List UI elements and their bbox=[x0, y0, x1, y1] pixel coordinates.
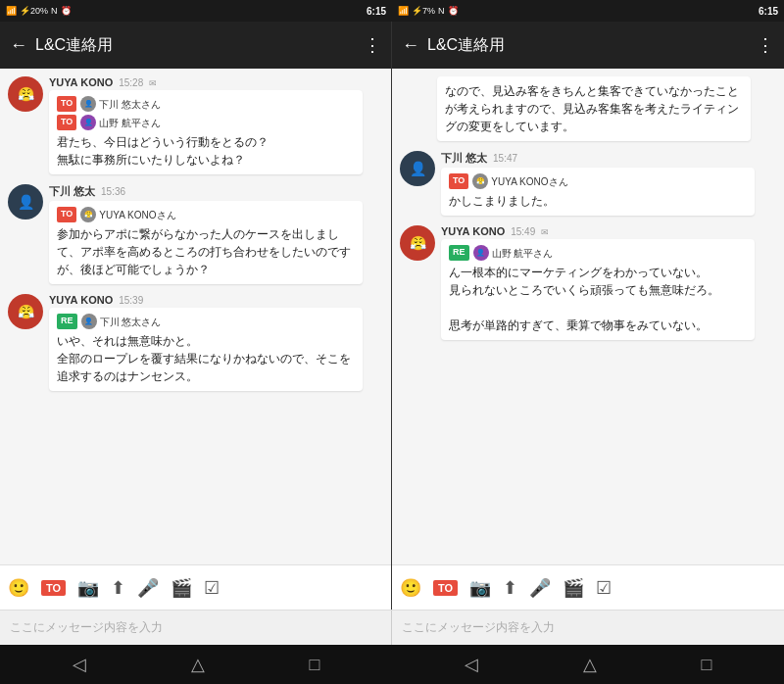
camera-button-right[interactable]: 📷 bbox=[469, 577, 491, 599]
to-person-name-r2: YUYA KONOさん bbox=[491, 174, 567, 189]
status-bar-right: 📶 ⚡7% N ⏰ 6:15 bbox=[392, 0, 784, 22]
recent-nav-right[interactable]: □ bbox=[702, 655, 712, 675]
header-left: ← L&C連絡用 ⋮ bbox=[0, 22, 391, 69]
msg-bubble-1: TO 👤 下川 悠太さん TO 👤 山野 航平さん bbox=[49, 90, 363, 174]
to-person-name-1b: 山野 航平さん bbox=[99, 116, 161, 130]
avatar-yamano-tag-r3: 👤 bbox=[473, 245, 489, 261]
back-button-right[interactable]: ← bbox=[402, 35, 419, 56]
msg-text-3: いや、それは無意味かと。全部のロープレを覆す結果になりかねないので、そこを追求す… bbox=[57, 332, 355, 385]
video-button-right[interactable]: 🎬 bbox=[563, 577, 584, 599]
table-row: 😤 YUYA KONO 15:49 ✉ RE 👤 山野 航平さん bbox=[396, 225, 780, 340]
back-button-left[interactable]: ← bbox=[10, 35, 27, 56]
mic-button-right[interactable]: 🎤 bbox=[529, 577, 551, 599]
mic-button-left[interactable]: 🎤 bbox=[137, 577, 159, 599]
msg-time-r2: 15:47 bbox=[493, 153, 517, 164]
msg-bubble-r3: RE 👤 山野 航平さん ん一根本的にマーケティングをわかっていない。見られない… bbox=[441, 239, 755, 340]
msg-content-r3: YUYA KONO 15:49 ✉ RE 👤 山野 航平さん ん一根本的にマー bbox=[441, 225, 776, 340]
home-nav-right[interactable]: △ bbox=[583, 654, 597, 675]
messages-right: なので、見込み客をきちんと集客できていなかったことが考えられますので、見込み客集… bbox=[392, 69, 784, 564]
bottom-nav-right: ◁ △ □ bbox=[392, 645, 784, 684]
panel-left: ← L&C連絡用 ⋮ 😤 YUYA KONO 15:28 ✉ TO bbox=[0, 22, 392, 610]
msg-text-r2: かしこまりました。 bbox=[449, 192, 747, 210]
msg-bubble-2: TO 😤 YUYA KONOさん 参加からアポに繋がらなかった人のケースを出しま… bbox=[49, 201, 363, 284]
camera-button-left[interactable]: 📷 bbox=[77, 577, 99, 599]
messages-left: 😤 YUYA KONO 15:28 ✉ TO 👤 下川 悠太さん bbox=[0, 69, 391, 564]
re-person-r3: 👤 山野 航平さん bbox=[473, 245, 554, 261]
back-nav-right[interactable]: ◁ bbox=[465, 654, 478, 675]
to-person-1: 👤 下川 悠太さん bbox=[80, 96, 161, 112]
msg-content-1: YUYA KONO 15:28 ✉ TO 👤 下川 悠太さん bbox=[49, 76, 383, 174]
bottom-nav-left: ◁ △ □ bbox=[0, 645, 392, 684]
msg-text-r3: ん一根本的にマーケティングをわかっていない。見られないところでいくら頑張っても無… bbox=[449, 264, 747, 334]
table-row: 👤 下川 悠太 15:47 TO 😤 YUYA KONOさん bbox=[396, 151, 780, 216]
tag-row-3: RE 👤 下川 悠太さん bbox=[57, 314, 355, 329]
check-button-right[interactable]: ☑ bbox=[596, 577, 612, 599]
to-tag-1b: TO bbox=[57, 115, 76, 130]
sent-icon-1: ✉ bbox=[149, 78, 157, 88]
table-row: 👤 下川 悠太 15:36 TO 😤 YUYA KONOさん bbox=[4, 184, 387, 284]
battery-right: ⚡7% bbox=[412, 6, 435, 16]
avatar-yamano-tag-1: 👤 bbox=[80, 115, 96, 130]
msg-time-r3: 15:49 bbox=[511, 226, 535, 237]
msg-header-1: YUYA KONO 15:28 ✉ bbox=[49, 76, 383, 88]
input-placeholder-right: ここにメッセージ内容を入力 bbox=[402, 619, 555, 636]
emoji-button-left[interactable]: 🙂 bbox=[8, 577, 29, 599]
table-row: 😤 YUYA KONO 15:39 RE 👤 下川 悠太さん bbox=[4, 294, 387, 391]
time-left: 6:15 bbox=[367, 6, 386, 17]
avatar-shimo-r2: 👤 bbox=[400, 151, 435, 186]
input-area: ここにメッセージ内容を入力 ここにメッセージ内容を入力 bbox=[0, 610, 784, 645]
to-person-name-1: 下川 悠太さん bbox=[99, 97, 161, 112]
tag-row-r2: TO 😤 YUYA KONOさん bbox=[449, 173, 747, 189]
check-button-left[interactable]: ☑ bbox=[204, 577, 220, 599]
battery-left: ⚡20% bbox=[20, 6, 48, 16]
msg-text-1: 君たち、今日はどういう行動をとるの？無駄に事務所にいたりしないよね？ bbox=[57, 133, 355, 169]
avatar-shimo-2: 👤 bbox=[8, 184, 43, 220]
status-icons-left: 📶 ⚡20% N ⏰ bbox=[6, 6, 72, 16]
sender-name-r2: 下川 悠太 bbox=[441, 151, 487, 166]
msg-time-1: 15:28 bbox=[119, 77, 143, 88]
input-left[interactable]: ここにメッセージ内容を入力 bbox=[0, 610, 392, 645]
toolbar-right: 🙂 TO 📷 ⬆ 🎤 🎬 ☑ bbox=[392, 564, 784, 610]
to-button-left[interactable]: TO bbox=[41, 580, 66, 596]
input-right[interactable]: ここにメッセージ内容を入力 bbox=[392, 610, 784, 645]
header-right: ← L&C連絡用 ⋮ bbox=[392, 22, 784, 69]
msg-header-r2: 下川 悠太 15:47 bbox=[441, 151, 776, 166]
video-button-left[interactable]: 🎬 bbox=[171, 577, 192, 599]
msg-content-r2: 下川 悠太 15:47 TO 😤 YUYA KONOさん かしこまりました。 bbox=[441, 151, 776, 216]
to-tag-r2: TO bbox=[449, 173, 468, 189]
msg-header-r3: YUYA KONO 15:49 ✉ bbox=[441, 225, 776, 237]
menu-button-left[interactable]: ⋮ bbox=[364, 34, 381, 56]
upload-button-left[interactable]: ⬆ bbox=[111, 577, 125, 599]
menu-button-right[interactable]: ⋮ bbox=[757, 34, 774, 56]
status-icons-right: 📶 ⚡7% N ⏰ bbox=[398, 6, 459, 16]
to-person-1b: 👤 山野 航平さん bbox=[80, 115, 161, 130]
home-nav-left[interactable]: △ bbox=[191, 654, 205, 675]
msg-text-r1: なので、見込み客をきちんと集客できていなかったことが考えられますので、見込み客集… bbox=[445, 82, 743, 135]
msg-time-3: 15:39 bbox=[119, 295, 143, 306]
back-nav-left[interactable]: ◁ bbox=[73, 654, 86, 675]
avatar-yuya-tag-r2: 😤 bbox=[472, 173, 488, 189]
time-right: 6:15 bbox=[759, 6, 778, 17]
tag-row-r3: RE 👤 山野 航平さん bbox=[449, 245, 747, 261]
recent-nav-left[interactable]: □ bbox=[310, 655, 320, 675]
avatar-yuya-r3: 😤 bbox=[400, 225, 435, 261]
signal-icon-right: 📶 bbox=[398, 6, 409, 16]
panel-right: ← L&C連絡用 ⋮ なので、見込み客をきちんと集客できていなかったことが考えら… bbox=[392, 22, 784, 610]
emoji-button-right[interactable]: 🙂 bbox=[400, 577, 421, 599]
to-button-right[interactable]: TO bbox=[433, 580, 458, 596]
avatar-shimo-tag-3: 👤 bbox=[81, 314, 97, 329]
msg-content-3: YUYA KONO 15:39 RE 👤 下川 悠太さん いや、それは無意味かと… bbox=[49, 294, 383, 391]
bottom-nav: ◁ △ □ ◁ △ □ bbox=[0, 645, 784, 684]
re-person-name-3: 下川 悠太さん bbox=[100, 315, 162, 329]
to-person-name-2: YUYA KONOさん bbox=[99, 208, 175, 222]
re-tag-3: RE bbox=[57, 314, 77, 329]
re-tag-r3: RE bbox=[449, 245, 469, 261]
tag-row-1b: TO 👤 山野 航平さん bbox=[57, 115, 355, 130]
upload-button-right[interactable]: ⬆ bbox=[503, 577, 517, 599]
msg-bubble-r1: なので、見込み客をきちんと集客できていなかったことが考えられますので、見込み客集… bbox=[437, 76, 751, 141]
sent-icon-r3: ✉ bbox=[541, 227, 549, 237]
wifi-icon-left: N bbox=[51, 6, 58, 16]
tag-row-1a: TO 👤 下川 悠太さん bbox=[57, 96, 355, 112]
msg-header-2: 下川 悠太 15:36 bbox=[49, 184, 383, 199]
msg-text-2: 参加からアポに繋がらなかった人のケースを出しまして、アポ率を高めるところの打ち合… bbox=[57, 225, 355, 278]
